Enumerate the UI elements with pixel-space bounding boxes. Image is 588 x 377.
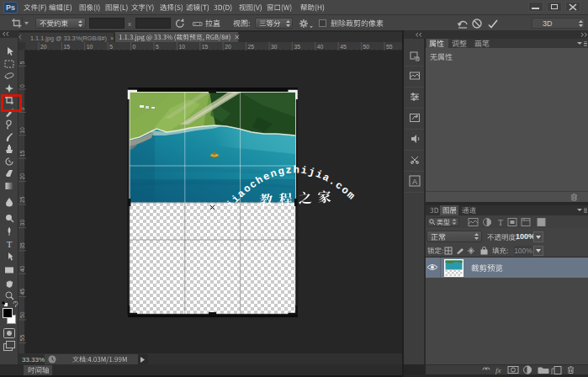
svg-text:15: 15 (63, 44, 70, 50)
svg-text:35: 35 (19, 242, 25, 249)
svg-text:fx: fx (495, 366, 501, 374)
svg-text:55: 55 (19, 335, 25, 342)
svg-text:20: 20 (19, 173, 25, 180)
svg-text:15: 15 (202, 44, 209, 50)
svg-text:15: 15 (19, 150, 25, 157)
svg-text:30: 30 (271, 44, 278, 50)
svg-text:10: 10 (87, 44, 93, 50)
svg-text:45: 45 (340, 44, 347, 50)
svg-text:5: 5 (109, 44, 113, 50)
svg-text:40: 40 (317, 44, 324, 50)
svg-text:25: 25 (248, 44, 255, 50)
svg-text:A: A (412, 178, 417, 186)
svg-text:40: 40 (19, 265, 25, 272)
svg-text:50: 50 (363, 44, 370, 50)
svg-text:55: 55 (386, 44, 393, 50)
svg-text:0: 0 (19, 84, 25, 88)
svg-text:T: T (498, 218, 503, 227)
svg-text:30: 30 (19, 220, 25, 226)
svg-text:10: 10 (178, 44, 185, 50)
svg-text:45: 45 (19, 289, 25, 295)
svg-text:10: 10 (19, 127, 25, 134)
svg-text:20: 20 (40, 44, 47, 50)
svg-text:35: 35 (294, 44, 300, 50)
svg-text:5: 5 (156, 44, 159, 50)
svg-text:0: 0 (133, 44, 136, 50)
svg-text:25: 25 (19, 196, 25, 203)
svg-text:T: T (7, 239, 13, 249)
svg-text:50: 50 (19, 311, 25, 318)
svg-text:5: 5 (19, 61, 25, 65)
svg-text:20: 20 (225, 44, 231, 50)
